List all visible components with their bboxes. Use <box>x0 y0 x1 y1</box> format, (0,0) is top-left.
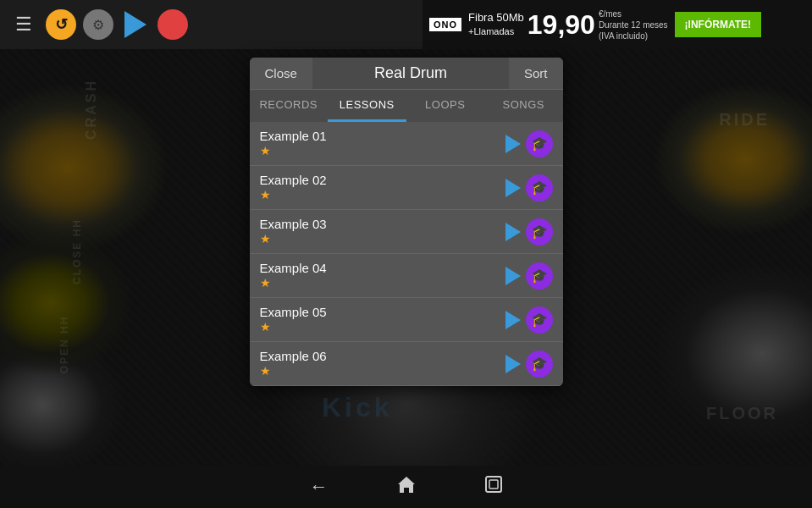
home-button[interactable] <box>396 475 417 499</box>
ad-logo: ONO <box>429 18 461 31</box>
list-item-actions: 🎓 <box>505 174 553 202</box>
list-item-lesson-button[interactable]: 🎓 <box>526 218 553 246</box>
list-item-actions: 🎓 <box>505 351 553 378</box>
ad-price-suffix: €/mes <box>599 8 668 19</box>
ad-price-note1: Durante 12 meses <box>599 19 668 30</box>
recent-apps-icon <box>484 475 503 494</box>
modal-dialog: Close Real Drum Sort RECORDS LESSONS LOO… <box>250 58 563 386</box>
refresh-icon: ↺ <box>55 15 68 34</box>
list-item-lesson-button[interactable]: 🎓 <box>526 130 553 157</box>
settings-icon: ⚙ <box>92 17 104 33</box>
list-item-play-button[interactable] <box>505 135 521 153</box>
list-item: Example 05 ★ 🎓 <box>250 298 563 342</box>
list-item-info: Example 04 ★ <box>260 261 505 290</box>
ad-price: 19,90 <box>528 9 595 41</box>
modal-title: Real Drum <box>312 64 509 82</box>
record-button[interactable] <box>157 9 188 40</box>
list-item-lesson-button[interactable]: 🎓 <box>526 306 553 334</box>
list-item-name: Example 04 <box>260 261 505 275</box>
back-button[interactable]: ← <box>310 476 329 498</box>
list-item-play-button[interactable] <box>505 311 521 329</box>
settings-button[interactable]: ⚙ <box>83 9 113 40</box>
list-item-star: ★ <box>260 364 271 378</box>
list-item-info: Example 01 ★ <box>260 129 505 158</box>
modal-header: Close Real Drum Sort <box>250 58 563 89</box>
list-item-star: ★ <box>260 320 271 334</box>
tab-lessons[interactable]: LESSONS <box>328 90 406 122</box>
modal-list: Example 01 ★ 🎓 Example 02 ★ 🎓 Example 03… <box>250 122 563 386</box>
list-item-play-button[interactable] <box>505 223 521 241</box>
recent-apps-button[interactable] <box>484 475 503 499</box>
svg-rect-1 <box>489 480 498 489</box>
ad-line1: Fibra 50Mb <box>468 11 524 25</box>
list-item-star: ★ <box>260 276 271 290</box>
list-item-star: ★ <box>260 188 271 202</box>
list-item-lesson-button[interactable]: 🎓 <box>526 174 553 202</box>
play-button[interactable] <box>120 9 151 40</box>
list-item-lesson-button[interactable]: 🎓 <box>526 351 553 378</box>
refresh-button[interactable]: ↺ <box>46 9 76 40</box>
list-item: Example 03 ★ 🎓 <box>250 210 563 254</box>
modal-overlay: Close Real Drum Sort RECORDS LESSONS LOO… <box>0 49 812 466</box>
list-item-actions: 🎓 <box>505 262 553 290</box>
list-item-play-button[interactable] <box>505 179 521 197</box>
svg-rect-0 <box>486 477 501 492</box>
ad-price-detail: €/mes Durante 12 meses (IVA incluido) <box>599 8 668 41</box>
ad-cta-button[interactable]: ¡INFÓRMATE! <box>675 12 761 37</box>
ad-price-note2: (IVA incluido) <box>599 30 668 41</box>
menu-icon[interactable]: ☰ <box>8 9 39 40</box>
list-item: Example 06 ★ 🎓 <box>250 342 563 386</box>
home-icon <box>396 475 417 494</box>
modal-tabs: RECORDS LESSONS LOOPS SONGS <box>250 89 563 122</box>
tab-songs[interactable]: SONGS <box>484 90 563 122</box>
record-circle-icon <box>157 9 188 40</box>
list-item-info: Example 05 ★ <box>260 305 505 334</box>
list-item: Example 02 ★ 🎓 <box>250 166 563 210</box>
ad-banner: ONO Fibra 50Mb +Llamadas 19,90 €/mes Dur… <box>423 0 812 49</box>
play-triangle-icon <box>124 11 146 38</box>
list-item-name: Example 02 <box>260 173 505 187</box>
list-item-info: Example 02 ★ <box>260 173 505 202</box>
list-item-info: Example 06 ★ <box>260 349 505 378</box>
list-item-play-button[interactable] <box>505 267 521 285</box>
list-item-star: ★ <box>260 144 271 157</box>
list-item: Example 01 ★ 🎓 <box>250 122 563 166</box>
bottom-nav-bar: ← <box>0 466 812 508</box>
list-item-actions: 🎓 <box>505 130 553 157</box>
list-item-actions: 🎓 <box>505 306 553 334</box>
list-item-star: ★ <box>260 232 271 246</box>
tab-records[interactable]: RECORDS <box>250 90 329 122</box>
list-item-name: Example 01 <box>260 129 505 143</box>
top-bar: ☰ ↺ ⚙ ONO Fibra 50Mb +Llamadas 19,90 €/m… <box>0 0 812 49</box>
list-item-name: Example 06 <box>260 349 505 363</box>
ad-line2: +Llamadas <box>468 25 524 37</box>
list-item: Example 04 ★ 🎓 <box>250 254 563 298</box>
list-item-actions: 🎓 <box>505 218 553 246</box>
list-item-lesson-button[interactable]: 🎓 <box>526 262 553 290</box>
list-item-play-button[interactable] <box>505 355 521 373</box>
list-item-name: Example 03 <box>260 217 505 231</box>
ad-text: Fibra 50Mb +Llamadas <box>468 11 524 37</box>
list-item-info: Example 03 ★ <box>260 217 505 246</box>
tab-loops[interactable]: LOOPS <box>406 90 485 122</box>
toolbar-icons: ☰ ↺ ⚙ <box>8 9 188 40</box>
modal-sort-button[interactable]: Sort <box>509 58 563 89</box>
list-item-name: Example 05 <box>260 305 505 319</box>
modal-close-button[interactable]: Close <box>250 58 312 89</box>
